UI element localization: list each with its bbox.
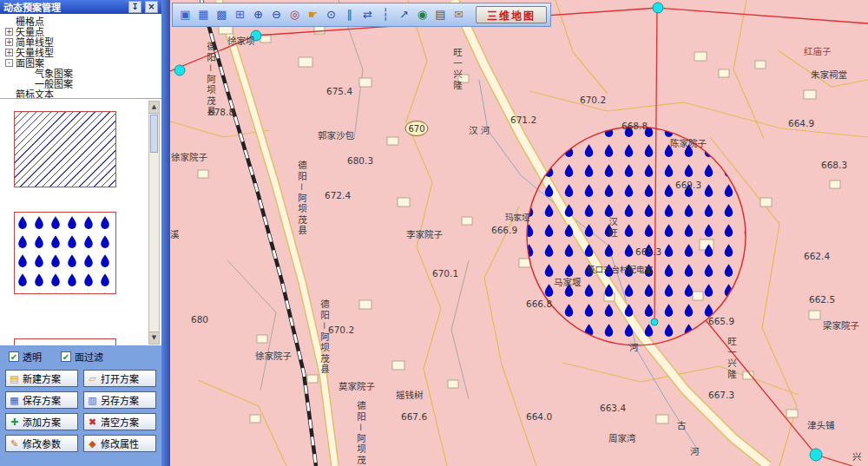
droplet-pattern-swatch: [15, 213, 115, 293]
tree-item-4[interactable]: -面图案: [0, 57, 161, 68]
map-label: 德阳－阿坝茂县: [319, 299, 330, 375]
vertex-handle[interactable]: [651, 318, 658, 325]
print-icon[interactable]: ▤: [431, 6, 450, 23]
new-plan-icon: ▤: [9, 373, 20, 384]
building: [299, 57, 312, 67]
zoom-out-icon[interactable]: ⊖: [267, 6, 286, 23]
map-label: 662.4: [804, 251, 830, 261]
close-icon[interactable]: ×: [145, 1, 158, 13]
map-background[interactable]: [170, 0, 868, 466]
zoom-reset-icon[interactable]: ◎: [286, 6, 304, 23]
preview-scrollbar[interactable]: ▲ ▼: [148, 101, 160, 345]
map-label: 670.1: [432, 268, 458, 279]
modify-attrs-icon: ◆: [87, 438, 98, 450]
scroll-down-icon[interactable]: ▼: [149, 331, 159, 344]
map-label: 670.2: [328, 325, 354, 335]
filter-checkboxes: ✔透明✔面过滤: [0, 345, 161, 366]
button-label: 另存方案: [101, 393, 139, 407]
map-label: 664.9: [788, 118, 814, 128]
building: [694, 52, 707, 61]
map-layers-icon[interactable]: ▩: [213, 6, 231, 23]
new-plan-button[interactable]: ▤新建方案: [5, 370, 78, 387]
save-as-plan-icon: ▥: [87, 395, 98, 406]
droplet-pattern-zone[interactable]: [527, 127, 746, 345]
map-label: 665.3: [635, 246, 661, 257]
building: [392, 361, 404, 370]
expand-icon[interactable]: +: [5, 49, 13, 56]
vertex-handle[interactable]: [810, 449, 822, 461]
scroll-thumb[interactable]: [150, 115, 158, 153]
map-label: 玛家垭: [505, 213, 530, 222]
building: [519, 259, 530, 267]
map-label: 徐家坝: [227, 36, 255, 46]
refresh-icon[interactable]: ⇄: [358, 6, 377, 23]
expand-icon[interactable]: +: [5, 38, 13, 46]
scroll-up-icon[interactable]: ▲: [149, 102, 159, 114]
pan-hand-icon[interactable]: ☛: [304, 6, 322, 23]
map-label: 671.2: [510, 115, 536, 125]
map-label: 680: [191, 314, 208, 325]
map-label: 汉旺: [608, 217, 618, 239]
snapshot-icon[interactable]: ◉: [413, 6, 431, 23]
button-label: 添加方案: [23, 415, 61, 429]
modify-params-button[interactable]: ✎修改参数: [5, 435, 78, 452]
plan-buttons: ▤新建方案▱打开方案▦保存方案▥另存方案✚添加方案✖清空方案✎修改参数◆修改属性: [0, 366, 161, 456]
grid-icon[interactable]: ⊞: [231, 6, 249, 23]
transparent-checkbox[interactable]: ✔透明: [9, 350, 42, 364]
expand-icon[interactable]: +: [5, 28, 13, 36]
pin-icon[interactable]: ↧: [128, 1, 141, 13]
building: [448, 380, 458, 388]
checkmark-icon: ✔: [61, 351, 71, 362]
zoom-window-icon[interactable]: ⊙: [322, 6, 340, 23]
map-label: 665.9: [708, 316, 734, 326]
zoom-in-icon[interactable]: ⊕: [249, 6, 267, 23]
face-filter-checkbox[interactable]: ✔面过滤: [61, 350, 103, 364]
map-label: 古: [677, 420, 687, 430]
map-label: 669.3: [675, 180, 701, 190]
map-label: 周家湾: [608, 433, 636, 443]
map-label: 663.4: [600, 403, 626, 413]
map-label: 李家院子: [406, 229, 443, 240]
map-label: 摇钱树: [396, 390, 424, 400]
building: [719, 69, 729, 77]
measure-icon[interactable]: ┆: [377, 6, 395, 23]
panel-splitter[interactable]: [161, 0, 170, 466]
save-plan-icon: ▦: [9, 395, 20, 406]
add-plan-button[interactable]: ✚添加方案: [5, 413, 78, 430]
pause-icon[interactable]: ∥: [340, 6, 358, 23]
vertex-handle[interactable]: [653, 3, 663, 13]
modify-attrs-button[interactable]: ◆修改属性: [83, 435, 156, 452]
map-3d-button[interactable]: 三维地图: [476, 6, 547, 23]
export-icon[interactable]: ↗: [395, 6, 413, 23]
collapse-icon[interactable]: -: [5, 59, 13, 67]
map-label: 旺一兴隆: [727, 337, 737, 380]
mail-icon[interactable]: ✉: [450, 6, 468, 23]
open-plan-button[interactable]: ▱打开方案: [83, 370, 156, 387]
vertex-handle[interactable]: [174, 65, 185, 75]
map-label: 徐家院子: [255, 351, 292, 361]
modify-params-icon: ✎: [9, 438, 20, 450]
map-label: 徐家院子: [171, 152, 207, 162]
building: [656, 415, 668, 423]
building: [198, 170, 208, 178]
map-label: 河: [690, 446, 700, 456]
map-label: 德阳－阿坝茂县: [356, 400, 366, 466]
map-canvas[interactable]: 670徐家坝红庙子朱家祠堂678.8675.4671.2670.2664.9郭家…: [170, 0, 868, 466]
map-label: 668.8: [621, 121, 648, 131]
building: [257, 335, 267, 343]
hatch-pattern-preview[interactable]: [14, 111, 116, 187]
save-view-icon[interactable]: ▣: [176, 6, 194, 23]
save-as-plan-button[interactable]: ▥另存方案: [83, 391, 156, 409]
save-plan-button[interactable]: ▦保存方案: [5, 391, 78, 409]
panel-controls: ✔透明✔面过滤 ▤新建方案▱打开方案▦保存方案▥另存方案✚添加方案✖清空方案✎修…: [0, 345, 161, 466]
map-label: 旺一兴隆: [452, 48, 463, 91]
building: [830, 180, 840, 188]
droplet-pattern-preview[interactable]: [14, 212, 116, 294]
add-plan-icon: ✚: [9, 417, 20, 428]
panel-title: 动态预案管理: [3, 0, 125, 14]
clear-plan-button[interactable]: ✖清空方案: [83, 413, 156, 430]
building: [462, 217, 472, 225]
map-window-icon[interactable]: ▦: [194, 6, 213, 23]
map-label: 680.3: [347, 155, 373, 166]
map-label: 德阳－阿坝茂县: [297, 160, 307, 236]
